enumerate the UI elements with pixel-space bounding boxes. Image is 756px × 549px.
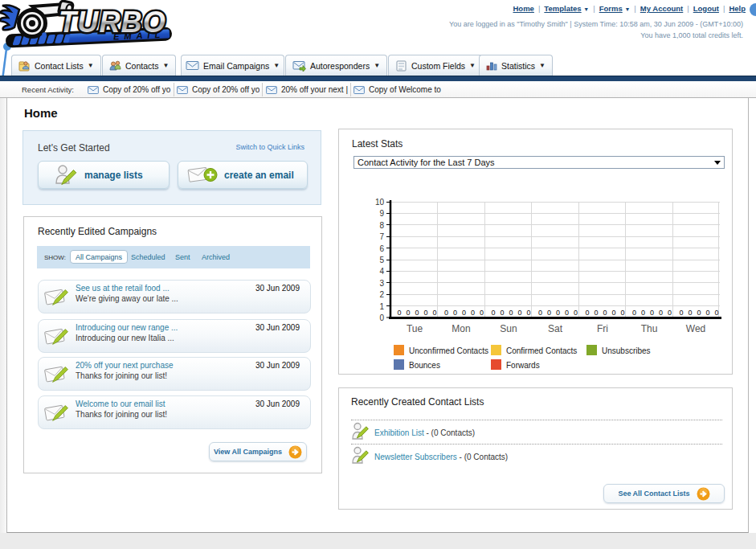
svg-text:2: 2 xyxy=(379,290,384,299)
svg-text:Sun: Sun xyxy=(500,323,517,334)
svg-text:0: 0 xyxy=(397,309,401,317)
svg-text:0: 0 xyxy=(379,313,384,322)
svg-text:0: 0 xyxy=(423,309,427,317)
svg-text:Fri: Fri xyxy=(597,323,608,334)
svg-text:Tue: Tue xyxy=(407,323,423,334)
svg-text:0: 0 xyxy=(406,309,410,317)
svg-text:Mon: Mon xyxy=(452,323,470,334)
svg-text:0: 0 xyxy=(415,309,419,317)
svg-text:8: 8 xyxy=(379,221,384,230)
svg-text:Thu: Thu xyxy=(641,323,658,334)
svg-text:TURBO: TURBO xyxy=(59,6,166,39)
svg-text:0: 0 xyxy=(432,309,436,317)
svg-text:Unconfirmed Contacts: Unconfirmed Contacts xyxy=(409,346,488,355)
svg-text:7: 7 xyxy=(379,232,384,241)
svg-text:Confirmed Contacts: Confirmed Contacts xyxy=(506,346,577,355)
svg-text:9: 9 xyxy=(379,209,384,218)
svg-text:6: 6 xyxy=(379,244,384,253)
svg-text:Unsubscribes: Unsubscribes xyxy=(602,346,651,355)
svg-text:Sat: Sat xyxy=(548,323,563,334)
svg-text:4: 4 xyxy=(379,267,384,276)
svg-text:3: 3 xyxy=(379,279,384,288)
svg-text:1: 1 xyxy=(379,302,384,311)
svg-text:Wed: Wed xyxy=(686,323,705,334)
svg-text:5: 5 xyxy=(379,256,384,264)
svg-text:Forwards: Forwards xyxy=(506,361,540,370)
svg-text:Bounces: Bounces xyxy=(409,361,440,370)
svg-text:10: 10 xyxy=(375,198,385,207)
